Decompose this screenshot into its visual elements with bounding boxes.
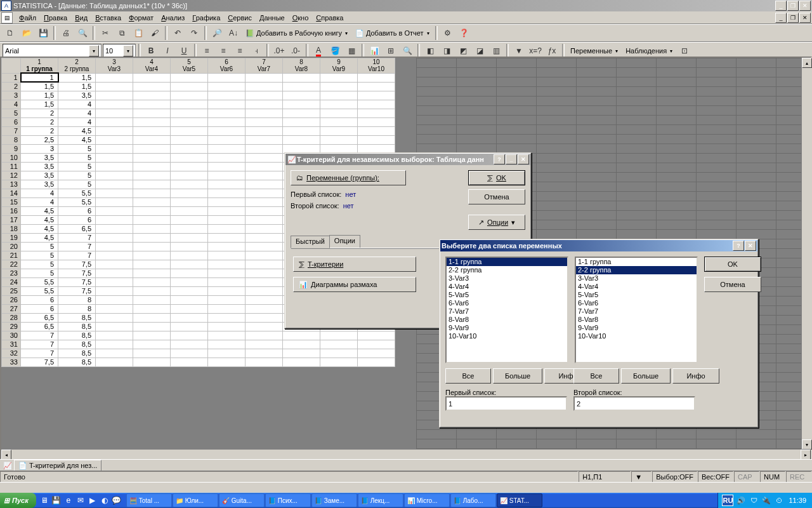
cell-r1-c9[interactable]: [320, 73, 358, 82]
cell-r16-c2[interactable]: 6: [58, 206, 96, 215]
col-header-9[interactable]: 9Var9: [320, 58, 358, 74]
ttest-options-button[interactable]: ↗Опции▾: [468, 215, 525, 230]
right-more-button[interactable]: Больше: [621, 368, 671, 384]
cell-r7-c9[interactable]: [320, 126, 358, 135]
cell-r18-c1[interactable]: 4,5: [21, 224, 58, 233]
cell-r21-c3[interactable]: [96, 251, 133, 260]
cell-r14-c4[interactable]: [133, 189, 171, 197]
cell-r32-c6[interactable]: [208, 349, 246, 358]
cell-r27-c6[interactable]: [208, 304, 246, 313]
cell-r32-c4[interactable]: [133, 349, 171, 358]
cell-r32-c9[interactable]: [320, 349, 358, 358]
row-header-10[interactable]: 10: [2, 153, 21, 162]
cell-r29-c2[interactable]: 8,5: [58, 322, 96, 331]
cell-r6-c5[interactable]: [171, 117, 208, 126]
cell-r33-c5[interactable]: [171, 358, 208, 366]
cell-r1-c8[interactable]: [283, 73, 320, 82]
varlist-right[interactable]: 1-1 группа2-2 группа3-Var34-Var45-Var56-…: [575, 257, 698, 363]
cell-r29-c5[interactable]: [171, 322, 208, 331]
cell-r1-c5[interactable]: [171, 73, 208, 82]
cell-r3-c1[interactable]: 1,5: [21, 91, 58, 100]
cell-r2-c10[interactable]: [358, 82, 395, 91]
cell-r8-c5[interactable]: [171, 135, 208, 144]
cell-r22-c2[interactable]: 7,5: [58, 260, 96, 269]
cell-r10-c2[interactable]: 5: [58, 153, 96, 162]
cell-r10-c6[interactable]: [208, 153, 246, 162]
menu-Формат[interactable]: Формат: [125, 13, 157, 23]
cell-r3-c8[interactable]: [283, 91, 320, 100]
start-button[interactable]: ⊞Пуск: [0, 493, 36, 508]
col-header-5[interactable]: 5Var5: [171, 58, 208, 74]
ttest-min-button[interactable]: _: [506, 154, 517, 164]
cell-r26-c1[interactable]: 6: [21, 295, 58, 304]
cell-r2-c6[interactable]: [208, 82, 246, 91]
print-icon[interactable]: 🖨: [58, 25, 74, 41]
cell-r15-c1[interactable]: 4: [21, 197, 58, 206]
cell-r18-c5[interactable]: [171, 224, 208, 233]
left-more-button[interactable]: Больше: [493, 368, 542, 384]
cell-r3-c9[interactable]: [320, 91, 358, 100]
row-header-9[interactable]: 9: [2, 144, 21, 153]
cell-r10-c7[interactable]: [246, 153, 283, 162]
cell-r31-c3[interactable]: [96, 340, 133, 349]
cell-r3-c6[interactable]: [208, 91, 246, 100]
row-header-12[interactable]: 12: [2, 171, 21, 180]
taskbar-btn-2[interactable]: 🎸Guita...: [219, 493, 265, 507]
tcriteria-button[interactable]: ⅀T-критерии: [293, 257, 416, 272]
minimize-button[interactable]: _: [775, 1, 787, 11]
taskbar-btn-4[interactable]: 📘Заме...: [311, 493, 357, 507]
cell-r24-c1[interactable]: 5,5: [21, 277, 58, 286]
list1-item-0[interactable]: 1-1 группа: [447, 258, 567, 266]
list2-item-1[interactable]: 2-2 группа: [576, 266, 697, 274]
cell-r12-c6[interactable]: [208, 171, 246, 180]
row-header-15[interactable]: 15: [2, 197, 21, 206]
cell-r11-c7[interactable]: [246, 162, 283, 171]
list2-item-8[interactable]: 9-Var9: [576, 324, 697, 332]
cell-r16-c1[interactable]: 4,5: [21, 206, 58, 215]
row-header-11[interactable]: 11: [2, 162, 21, 171]
cell-r20-c2[interactable]: 7: [58, 242, 96, 251]
scroll-right-icon[interactable]: ▸: [801, 450, 811, 460]
help-icon[interactable]: ❓: [457, 25, 472, 41]
cell-r12-c7[interactable]: [246, 171, 283, 180]
row-header-4[interactable]: 4: [2, 100, 21, 109]
cell-r28-c4[interactable]: [133, 313, 171, 322]
ttest-ok-button[interactable]: ⅀OK: [468, 170, 525, 185]
tray-shield-icon[interactable]: 🛡: [749, 495, 759, 505]
cell-r18-c3[interactable]: [96, 224, 133, 233]
taskbar-btn-3[interactable]: 📘Псих...: [265, 493, 311, 507]
cell-r31-c2[interactable]: 8,5: [58, 340, 96, 349]
ql-msg-icon[interactable]: 💬: [111, 495, 122, 506]
scroll-down-icon[interactable]: ▾: [802, 439, 812, 450]
row-header-3[interactable]: 3: [2, 91, 21, 100]
cell-r32-c2[interactable]: 8,5: [58, 349, 96, 358]
cell-r14-c2[interactable]: 5,5: [58, 189, 96, 197]
cell-r30-c10[interactable]: [358, 331, 395, 340]
cell-r27-c3[interactable]: [96, 304, 133, 313]
cell-r13-c3[interactable]: [96, 180, 133, 189]
cell-r28-c3[interactable]: [96, 313, 133, 322]
col-header-4[interactable]: 4Var4: [133, 58, 171, 74]
cell-r23-c1[interactable]: 5: [21, 269, 58, 277]
cell-r27-c5[interactable]: [171, 304, 208, 313]
cell-r9-c9[interactable]: [320, 144, 358, 153]
cell-r9-c5[interactable]: [171, 144, 208, 153]
col-header-2[interactable]: 22 группа: [58, 58, 96, 74]
cell-r10-c3[interactable]: [96, 153, 133, 162]
cell-r30-c5[interactable]: [171, 331, 208, 340]
cell-r27-c2[interactable]: 8: [58, 304, 96, 313]
cell-r17-c1[interactable]: 4,5: [21, 215, 58, 224]
cell-r22-c7[interactable]: [246, 260, 283, 269]
find-icon[interactable]: 🔎: [209, 25, 225, 41]
menu-Графика[interactable]: Графика: [188, 13, 224, 23]
redo-icon[interactable]: ↷: [187, 25, 202, 41]
cell-r33-c7[interactable]: [246, 358, 283, 366]
list2-item-4[interactable]: 5-Var5: [576, 291, 697, 299]
row-header-16[interactable]: 16: [2, 206, 21, 215]
right-info-button[interactable]: Инфо: [672, 368, 719, 384]
cell-r7-c8[interactable]: [283, 126, 320, 135]
cell-r6-c2[interactable]: 4: [58, 117, 96, 126]
cell-r31-c8[interactable]: [283, 340, 320, 349]
ttest-dialog-titlebar[interactable]: 📈 T-критерий для независимых выборок: Та…: [285, 154, 530, 165]
cell-r17-c4[interactable]: [133, 215, 171, 224]
